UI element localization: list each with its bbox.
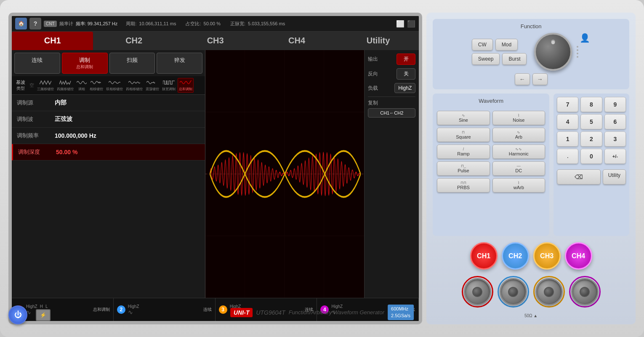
spec-badge: 600MHz 2.5GSa/s xyxy=(388,305,414,320)
tab-ch3[interactable]: CH3 xyxy=(175,32,256,50)
key-6[interactable]: 6 xyxy=(604,114,626,129)
ch2-top: HighZ xyxy=(128,304,201,309)
wave-type-2psk[interactable]: 双相移键控 xyxy=(105,78,124,92)
ramp-btn[interactable]: / Ramp xyxy=(437,144,490,159)
key-plusminus[interactable]: +/- xyxy=(604,149,626,164)
param-modulation-depth[interactable]: 调制深度 50.00 % xyxy=(12,144,205,160)
function-row: CW Mod Sweep Burst xyxy=(437,33,625,71)
output-control: 输出 开 xyxy=(368,53,415,65)
key-9[interactable]: 9 xyxy=(604,97,626,112)
wave-type-4fsk[interactable]: 四频移键控 xyxy=(56,78,75,92)
bnc-row xyxy=(433,276,629,308)
ch3-hw-btn[interactable]: CH3 xyxy=(533,242,561,270)
wave-type-empty[interactable]: 空 xyxy=(29,81,35,89)
tab-ch1[interactable]: CH1 xyxy=(12,32,93,50)
warb-btn[interactable]: ⌇ wArb xyxy=(492,178,545,193)
copy-btn[interactable]: CH1←CH2 xyxy=(368,108,415,118)
wave-type-sum[interactable]: 总和调制 xyxy=(178,78,194,93)
mod-btn[interactable]: Mod xyxy=(495,39,518,51)
wave-type-3fsk[interactable]: 三频移键控 xyxy=(36,78,55,92)
ch2-mode: 连续 xyxy=(203,307,212,313)
burst-hw-btn[interactable]: Burst xyxy=(502,53,527,65)
cw-btn[interactable]: CW xyxy=(472,39,493,51)
sine-btn[interactable]: ∿ Sine xyxy=(437,111,490,125)
nav-left-btn[interactable]: ← xyxy=(515,73,530,85)
key-8[interactable]: 8 xyxy=(580,97,602,112)
knob-dots xyxy=(577,46,578,58)
square-btn[interactable]: ⊓ Square xyxy=(437,128,490,142)
continuous-btn[interactable]: 连续 xyxy=(14,53,60,74)
right-controls: 输出 开 反向 关 负载 HighZ 复制 CH1←CH2 xyxy=(364,50,419,298)
wave-type-pwm[interactable]: 脉宽调制 xyxy=(161,78,176,92)
home-button[interactable]: 🏠 xyxy=(15,18,27,29)
tab-utility[interactable]: Utility xyxy=(338,32,419,50)
top-bar: 🏠 ? CNT 频率计 频率: 99.341,257 Hz 周期: 10.066… xyxy=(12,16,419,32)
key-4[interactable]: 4 xyxy=(557,114,578,129)
nav-arrows: ← → xyxy=(437,73,625,85)
freq-value: 频率: 99.341,257 Hz xyxy=(76,21,118,27)
output-label: 输出 xyxy=(368,56,378,63)
key-dot[interactable]: . xyxy=(557,149,578,164)
model-text: UTG9604T xyxy=(256,309,285,316)
nav-right-btn[interactable]: → xyxy=(532,73,548,85)
bnc-ch1-wrap xyxy=(462,276,493,308)
key-7[interactable]: 7 xyxy=(557,97,578,112)
noise-btn[interactable]: ⌇ Noise xyxy=(492,111,545,125)
power-button[interactable]: ⏻ xyxy=(8,305,27,324)
wave-type-ask[interactable]: 震荡键控 xyxy=(145,78,160,92)
key-2[interactable]: 2 xyxy=(580,131,602,147)
sweep-btn[interactable]: 扫频 xyxy=(109,53,155,74)
sweep-hw-btn[interactable]: Sweep xyxy=(472,53,500,65)
tab-ch4[interactable]: CH4 xyxy=(256,32,337,50)
harmonic-btn[interactable]: ∿∿ Harmonic xyxy=(492,144,545,159)
wave-type-phase-mod[interactable]: 调相 xyxy=(76,78,88,92)
dc-btn[interactable]: — DC xyxy=(492,161,545,176)
ch2-status[interactable]: 2 HighZ ∿ 连续 xyxy=(114,298,216,321)
pos-pulse-value: 正脉宽: 5.033,155,556 ms xyxy=(230,21,286,27)
backspace-btn[interactable]: ⌫ xyxy=(557,169,601,185)
param-modulation-wave[interactable]: 调制波 正弦波 xyxy=(12,111,205,128)
bnc-ch4 xyxy=(571,278,599,305)
ch2-hw-btn[interactable]: CH2 xyxy=(502,242,529,270)
copy-screen-icon: ⬛ xyxy=(407,20,415,28)
ch2-wave: ∿ xyxy=(128,309,201,316)
rotary-knob[interactable] xyxy=(534,33,572,71)
load-btn[interactable]: HighZ xyxy=(394,83,415,93)
period-value: 周期: 10.066,311,11 ms xyxy=(126,21,177,27)
waveform-display xyxy=(205,50,364,298)
cnt-badge: CNT xyxy=(44,21,57,27)
screen: 🏠 ? CNT 频率计 频率: 99.341,257 Hz 周期: 10.066… xyxy=(8,13,422,324)
ch1-hw-btn[interactable]: CH1 xyxy=(470,242,498,270)
usb-port: ⚡ xyxy=(36,309,51,321)
utility-hw-btn[interactable]: Utility xyxy=(603,169,626,185)
keypad-extra: ⌫ Utility xyxy=(557,169,626,185)
help-button[interactable]: ? xyxy=(29,18,41,29)
top-bar-icons: ⬜ ⬛ xyxy=(396,20,415,28)
ch2-num: 2 xyxy=(117,305,125,314)
waveform-types: 基波 类型 空 三频移键控 四频移键控 xyxy=(12,76,205,95)
arb-btn[interactable]: ∿ Arb xyxy=(492,128,545,142)
wave-type-4psk[interactable]: 四相移键控 xyxy=(125,78,144,92)
function-btns: CW Mod Sweep Burst xyxy=(472,39,527,65)
output-toggle[interactable]: 开 xyxy=(397,53,415,65)
ch3-num: 3 xyxy=(219,305,227,314)
wave-type-psk[interactable]: 相移键控 xyxy=(89,78,104,92)
key-0[interactable]: 0 xyxy=(580,149,602,164)
cnt-label: CNT xyxy=(46,21,55,26)
key-5[interactable]: 5 xyxy=(580,114,602,129)
param-modulation-source[interactable]: 调制源 内部 xyxy=(12,95,205,111)
param-modulation-freq[interactable]: 调制频率 100.000,000 Hz xyxy=(12,128,205,144)
hw-main: Waveform ∿ Sine ⌇ Noise ⊓ Square xyxy=(433,94,629,236)
modulation-btn[interactable]: 调制总和调制 xyxy=(62,53,108,74)
burst-btn[interactable]: 猝发 xyxy=(157,53,202,74)
screen-icon: ⬜ xyxy=(396,20,404,28)
reverse-toggle[interactable]: 关 xyxy=(397,68,415,80)
tab-ch2[interactable]: CH2 xyxy=(93,32,174,50)
ch4-hw-btn[interactable]: CH4 xyxy=(565,242,592,270)
key-1[interactable]: 1 xyxy=(557,131,578,147)
ch1-mode: 总和调制 xyxy=(93,307,110,313)
key-3[interactable]: 3 xyxy=(604,131,626,147)
pulse-btn[interactable]: ⊓_ Pulse xyxy=(437,161,490,176)
prbs-btn[interactable]: ⊓⊓ PRBS xyxy=(437,178,490,193)
hardware-panel: Function CW Mod Sweep Burst xyxy=(426,13,636,324)
